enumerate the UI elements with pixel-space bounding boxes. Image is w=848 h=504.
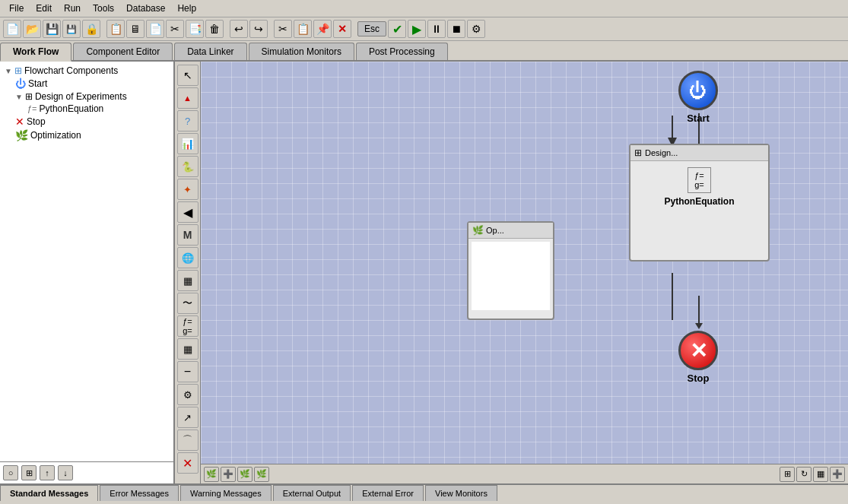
tree-item-flowchart-components[interactable]: ▼ ⊞ Flowchart Components [3, 65, 170, 77]
canvas-btn-add[interactable]: ➕ [221, 467, 236, 482]
settings3-button[interactable]: ⚙ [467, 20, 485, 38]
copy4-button[interactable]: 📑 [186, 20, 204, 38]
canvas-btn-grid[interactable]: ▦ [813, 467, 828, 482]
paste3-button[interactable]: 📌 [313, 20, 332, 38]
left-panel: ▼ ⊞ Flowchart Components ⏻ Start ▼ ⊞ Des… [0, 62, 175, 483]
bottom-tab-warning[interactable]: Warning Messages [180, 485, 272, 501]
python-inner-node[interactable]: ƒ=g= PythonEquation [630, 161, 768, 213]
start-circle[interactable]: ⏻ [678, 71, 718, 110]
python-side-btn[interactable]: 🐍 [177, 156, 199, 177]
canvas-btn-plant2[interactable]: 🌿 [237, 467, 252, 482]
tree-item-stop[interactable]: ✕ Stop [3, 115, 170, 128]
canvas-btn-fit[interactable]: ⊞ [780, 467, 795, 482]
tree-item-python[interactable]: ƒ= PythonEquation [3, 103, 170, 115]
tree-expand-doe-icon: ▼ [15, 93, 23, 101]
cut2-button[interactable]: ✂ [274, 20, 292, 38]
gear2-btn[interactable]: ⚙ [177, 384, 199, 405]
menu-edit[interactable]: Edit [30, 2, 58, 15]
tab-workflow[interactable]: Work Flow [0, 43, 71, 62]
canvas-area[interactable]: ⏻ Start ⊞ Design... ƒ=g= PythonEquation … [201, 62, 848, 483]
cursor-btn[interactable]: ↖ [177, 65, 199, 86]
op-box-title: 🌿 Op... [468, 223, 553, 239]
canvas-bottom-toolbar: 🌿 ➕ 🌿 🌿 ⊞ ↻ ▦ ➕ [201, 464, 848, 483]
canvas-btn-refresh[interactable]: ↻ [796, 467, 811, 482]
delete-button[interactable]: 🗑 [205, 20, 224, 38]
tree-footer-up[interactable]: ↑ [40, 465, 55, 480]
grid3-btn[interactable]: ▦ [177, 338, 199, 360]
help-btn[interactable]: ? [177, 110, 199, 132]
save-as-button[interactable]: 💾 [62, 20, 81, 38]
canvas-btn-plant3[interactable]: 🌿 [254, 467, 269, 482]
grid-m-btn[interactable]: M [177, 224, 199, 246]
close-button[interactable]: ✕ [333, 20, 351, 38]
fx-btn[interactable]: ƒ=g= [177, 315, 199, 337]
tab-data-linker[interactable]: Data Linker [174, 43, 246, 60]
canvas-btn-zoom[interactable]: ➕ [830, 467, 845, 482]
start-node[interactable]: ⏻ Start [678, 71, 718, 124]
menu-run[interactable]: Run [58, 2, 87, 15]
tree-footer-btn2[interactable]: ⊞ [21, 465, 37, 480]
python-eq-icon: ƒ=g= [688, 167, 711, 193]
tab-simulation-monitors[interactable]: Simulation Monitors [249, 43, 354, 60]
save-button[interactable]: 💾 [43, 20, 61, 38]
stop-tree-icon: ✕ [15, 116, 24, 128]
wave-btn[interactable]: 〜 [177, 293, 199, 314]
menu-file[interactable]: File [3, 2, 30, 15]
arrow-btn[interactable]: ◀ [177, 201, 199, 223]
check-button[interactable]: ✔ [388, 20, 406, 38]
tree-label-start: Start [28, 78, 47, 89]
grid2-btn[interactable]: ▦ [177, 270, 199, 291]
menu-tools[interactable]: Tools [87, 2, 120, 15]
bottom-tab-view-monitors[interactable]: View Monitors [425, 485, 497, 501]
design-box[interactable]: ⊞ Design... ƒ=g= PythonEquation [629, 144, 770, 262]
tab-component-editor[interactable]: Component Editor [73, 43, 173, 60]
menubar: File Edit Run Tools Database Help [0, 0, 848, 17]
curve-btn[interactable]: ⌒ [177, 430, 199, 451]
arrow2-btn[interactable]: ↗ [177, 407, 199, 428]
cut-button[interactable]: ✂ [166, 20, 184, 38]
tree-item-design[interactable]: ▼ ⊞ Design of Experiments [3, 90, 170, 103]
menu-database[interactable]: Database [120, 2, 171, 15]
doe-icon: ⊞ [634, 147, 642, 158]
tree-item-optimization[interactable]: 🌿 Optimization [3, 128, 170, 142]
tree-footer-btn1[interactable]: ○ [3, 465, 18, 480]
new-button[interactable]: 📄 [3, 20, 21, 38]
op-icon: 🌿 [472, 225, 484, 236]
minus-btn[interactable]: − [177, 361, 199, 382]
star-btn[interactable]: ✦ [177, 179, 199, 200]
tab-post-processing[interactable]: Post Processing [356, 43, 448, 60]
paste-comp-button[interactable]: 🖥 [126, 20, 145, 38]
tree-label-stop: Stop [27, 116, 46, 127]
op-box[interactable]: 🌿 Op... [467, 221, 554, 320]
excel-btn[interactable]: 📊 [177, 133, 199, 154]
copy-comp-button[interactable]: 📋 [106, 20, 125, 38]
tree-footer: ○ ⊞ ↑ ↓ [0, 461, 173, 483]
canvas-bottom-left: 🌿 ➕ 🌿 🌿 [204, 467, 269, 482]
pause-button[interactable]: ⏸ [427, 20, 446, 38]
canvas-btn-plant[interactable]: 🌿 [204, 467, 219, 482]
xmark-red-btn[interactable]: ✕ [177, 452, 199, 474]
esc-button[interactable]: Esc [357, 21, 386, 36]
bottom-tab-error[interactable]: Error Messages [100, 485, 179, 501]
tree-footer-down[interactable]: ↓ [58, 465, 73, 480]
bottom-tab-ext-output[interactable]: External Output [273, 485, 351, 501]
run-button[interactable]: ▶ [408, 20, 426, 38]
bottom-tab-ext-error[interactable]: External Error [352, 485, 424, 501]
redo-button[interactable]: ↪ [249, 20, 268, 38]
new3-button[interactable]: 📄 [146, 20, 164, 38]
tree-item-start[interactable]: ⏻ Start [3, 77, 170, 90]
stop-circle[interactable]: ✕ [678, 331, 718, 370]
lock-button[interactable]: 🔒 [82, 20, 100, 38]
globe-btn[interactable]: 🌐 [177, 247, 199, 268]
open-button[interactable]: 📂 [23, 20, 41, 38]
bottom-tab-standard[interactable]: Standard Messages [0, 485, 98, 501]
menu-help[interactable]: Help [171, 2, 202, 15]
matlab-btn[interactable]: ▲ [177, 87, 199, 109]
optimization-tree-icon: 🌿 [15, 129, 28, 141]
stop-node[interactable]: ✕ Stop [678, 331, 718, 384]
tree-label-python: PythonEquation [40, 103, 104, 114]
undo-button[interactable]: ↩ [230, 20, 248, 38]
tree-expand-icon: ▼ [5, 67, 12, 75]
stop3-button[interactable]: ⏹ [447, 20, 465, 38]
copy5-button[interactable]: 📋 [294, 20, 312, 38]
